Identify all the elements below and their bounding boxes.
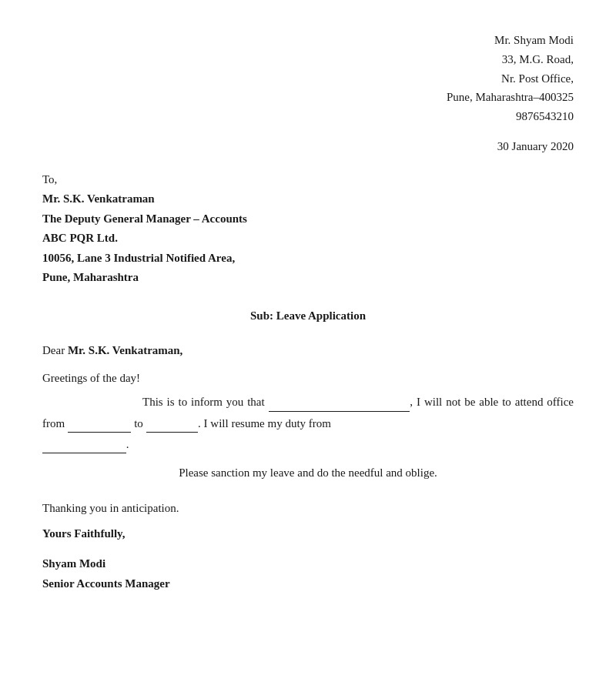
salutation-line: Dear Mr. S.K. Venkatraman, — [42, 344, 574, 357]
para1-pre: This is to inform you that — [142, 396, 265, 408]
recipient-company: ABC PQR Ltd. — [42, 229, 574, 249]
subject-block: Sub: Leave Application — [42, 309, 574, 323]
dear-text: Dear — [42, 344, 68, 356]
blank-resume-date — [42, 453, 126, 453]
date-block: 30 January 2020 — [42, 140, 574, 153]
sender-address-line1: 33, M.G. Road, — [42, 50, 574, 69]
para1-end: . — [126, 438, 129, 450]
letter-container: Mr. Shyam Modi 33, M.G. Road, Nr. Post O… — [42, 31, 574, 661]
signature-block: Shyam Modi Senior Accounts Manager — [42, 554, 574, 593]
sign-designation: Senior Accounts Manager — [42, 574, 574, 594]
sender-block: Mr. Shyam Modi 33, M.G. Road, Nr. Post O… — [42, 31, 574, 126]
para1-pre-indent — [42, 396, 142, 408]
sender-address-line2: Nr. Post Office, — [42, 69, 574, 89]
closing-line: Thanking you in anticipation. — [42, 502, 574, 515]
sender-phone: 9876543210 — [42, 107, 574, 126]
recipient-name: Mr. S.K. Venkatraman — [42, 189, 574, 209]
para1-to: to — [134, 417, 143, 430]
dear-name: Mr. S.K. Venkatraman, — [68, 344, 182, 356]
body-para1: This is to inform you that , I will not … — [42, 392, 574, 435]
body-block: Greetings of the day! This is to inform … — [42, 368, 574, 456]
recipient-address-line1: 10056, Lane 3 Industrial Notified Area, — [42, 249, 574, 269]
greeting-line: Greetings of the day! — [42, 368, 574, 389]
yours-faithfully: Yours Faithfully, — [42, 527, 574, 540]
yours-text: Yours Faithfully, — [42, 527, 126, 540]
greeting-text: Greetings of the day! — [42, 372, 140, 384]
body-para1-end: . — [42, 434, 574, 455]
blank-from-date — [68, 432, 132, 433]
recipient-designation: The Deputy General Manager – Accounts — [42, 209, 574, 229]
sign-name: Shyam Modi — [42, 554, 574, 574]
para2-text: Please sanction my leave and do the need… — [179, 466, 437, 479]
sender-name: Mr. Shyam Modi — [42, 31, 574, 50]
sender-address-line3: Pune, Maharashtra–400325 — [42, 88, 574, 107]
closing-text: Thanking you in anticipation. — [42, 502, 179, 514]
letter-date: 30 January 2020 — [497, 140, 574, 152]
subject-text: Sub: Leave Application — [250, 309, 366, 322]
recipient-address-line2: Pune, Maharashtra — [42, 268, 574, 288]
blank-to-date — [146, 432, 199, 433]
para1-resume-text: . I will resume my duty from — [198, 417, 331, 430]
recipient-block: To, Mr. S.K. Venkatraman The Deputy Gene… — [42, 170, 574, 288]
recipient-salutation: To, — [42, 170, 574, 190]
blank-name — [269, 411, 410, 412]
